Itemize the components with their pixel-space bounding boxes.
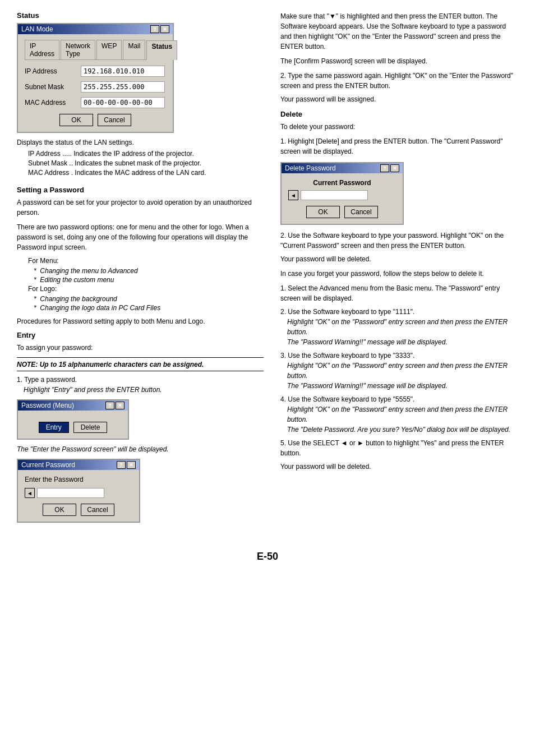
- forget-step5-main: Use the SELECT ◄ or ► button to highligh…: [280, 439, 504, 457]
- status-desc: Displays the status of the LAN settings.: [17, 139, 264, 146]
- tab-mail[interactable]: Mail: [123, 40, 145, 59]
- italic-caption: The "Enter the Password screen" will be …: [17, 445, 264, 453]
- forget-step2-num: 2.: [280, 308, 288, 316]
- lan-dialog-body: IP Address Network Type WEP Mail Status …: [18, 34, 173, 132]
- forget-step-1: 1. Select the Advanced menu from the Bas…: [280, 283, 518, 303]
- dpw-close-button[interactable]: ✕: [390, 164, 399, 172]
- step1b: Highlight "Entry" and press the ENTER bu…: [24, 386, 264, 394]
- procedures-text: Procedures for Password setting apply to…: [17, 316, 264, 326]
- mac-address-label: MAC Address: [25, 99, 81, 107]
- status-item-subnet: Subnet Mask .. Indicates the subnet mask…: [28, 159, 264, 167]
- forget-step2-italic2: The "Password Warning!!" message will be…: [287, 337, 518, 347]
- lan-cancel-button[interactable]: Cancel: [98, 114, 131, 126]
- menu-item-1: * Changing the menu to Advanced: [34, 267, 264, 275]
- current-pw-delete-label: Current Password: [288, 179, 396, 187]
- delete-password-dialog: Delete Password ? ✕ Current Password ◄ O…: [280, 162, 404, 225]
- logo-item-2: * Changing the logo data in PC Card File…: [34, 304, 264, 312]
- final-text: Your password will be deleted.: [280, 462, 518, 472]
- ip-address-row: IP Address 192.168.010.010: [25, 66, 166, 77]
- forget-step4-main: Use the Software keyboard to type "5555"…: [288, 395, 414, 403]
- pw-dialog-title: Password (Menu): [21, 402, 74, 409]
- lan-dialog-title: LAN Mode: [21, 25, 53, 33]
- lan-ok-button[interactable]: OK: [59, 114, 93, 126]
- delete-ok-button[interactable]: OK: [306, 206, 340, 218]
- pw-entry-delete-buttons: Entry Delete: [25, 422, 121, 433]
- current-pw-cancel-button[interactable]: Cancel: [81, 504, 114, 516]
- current-password-dialog: Current Password ? ✕ Enter the Password …: [17, 459, 140, 523]
- mac-address-row: MAC Address 00-00-00-00-00-00: [25, 97, 166, 108]
- delete-pw-body: Current Password ◄ OK Cancel: [282, 173, 403, 224]
- entry-desc: To assign your password:: [17, 343, 264, 353]
- forget-step5-num: 5.: [280, 439, 288, 447]
- status-item-mac: MAC Address . Indicates the MAC address …: [28, 169, 264, 177]
- entry-button[interactable]: Entry: [39, 422, 69, 433]
- cpw-close-button[interactable]: ✕: [127, 461, 136, 469]
- note-box: NOTE: Up to 15 alphanumeric characters c…: [17, 357, 264, 371]
- pw-input-field[interactable]: [37, 488, 104, 498]
- tab-status[interactable]: Status: [146, 40, 177, 60]
- cpw-help-button[interactable]: ?: [117, 461, 126, 469]
- help-button[interactable]: ?: [150, 25, 159, 33]
- current-pw-buttons: OK Cancel: [25, 504, 132, 516]
- pw-arrow-icon[interactable]: ◄: [25, 488, 35, 498]
- lan-dialog-buttons: OK Cancel: [25, 114, 166, 126]
- subnet-mask-value: 255.255.255.000: [81, 81, 165, 93]
- dpw-help-button[interactable]: ?: [380, 164, 389, 172]
- right-intro2: The [Confirm Password] screen will be di…: [280, 56, 518, 66]
- ip-address-label: IP Address: [25, 67, 81, 75]
- deleted-text: Your password will be deleted.: [280, 254, 518, 264]
- tab-ip-address[interactable]: IP Address: [25, 40, 59, 59]
- forget-step3-italic1: Highlight "OK" on the "Password" entry s…: [287, 361, 518, 381]
- forget-step-5: 5. Use the SELECT ◄ or ► button to highl…: [280, 438, 518, 458]
- forget-step1-main: Select the Advanced menu from the Basic …: [280, 284, 500, 302]
- pw-close-button[interactable]: ✕: [116, 402, 124, 409]
- mac-address-value: 00-00-00-00-00-00: [81, 97, 165, 108]
- close-button[interactable]: ✕: [160, 25, 169, 33]
- enter-pw-label: Enter the Password: [25, 476, 132, 483]
- password-menu-dialog: Password (Menu) ? ✕ Entry Delete: [17, 399, 129, 440]
- tab-wep[interactable]: WEP: [96, 40, 122, 59]
- forget-intro: In case you forget your password, follow…: [280, 269, 518, 279]
- for-menu-label: For Menu:: [28, 257, 264, 265]
- forget-step1-num: 1.: [280, 284, 288, 292]
- tab-network-type[interactable]: Network Type: [61, 40, 95, 59]
- right-intro: Make sure that "▼" is highlighted and th…: [280, 11, 518, 52]
- delete-pw-entry-row: ◄: [288, 190, 396, 200]
- forget-step3-num: 3.: [280, 352, 288, 359]
- current-pw-titlebar: Current Password ? ✕: [18, 460, 139, 470]
- delete-pw-input-field[interactable]: [301, 190, 368, 200]
- pw-dialog-titlebar: Password (Menu) ? ✕: [18, 400, 128, 411]
- delete-pw-controls: ? ✕: [380, 164, 399, 172]
- tab-bar: IP Address Network Type WEP Mail Status: [25, 40, 166, 60]
- forget-step4-num: 4.: [280, 395, 288, 403]
- ip-address-value: 192.168.010.010: [81, 66, 165, 77]
- left-column: Status LAN Mode ? ✕ IP Address Network T…: [17, 11, 264, 528]
- forget-step3-main: Use the Software keyboard to type "3333"…: [288, 352, 414, 359]
- forget-step-4: 4. Use the Software keyboard to type "55…: [280, 394, 518, 435]
- current-pw-ok-button[interactable]: OK: [43, 504, 76, 516]
- password-section-heading: Setting a Password: [17, 186, 264, 194]
- note-text: NOTE: Up to 15 alphanumeric characters c…: [17, 361, 204, 368]
- menu-item-2: * Editing the custom menu: [34, 276, 264, 284]
- current-pw-title: Current Password: [21, 461, 75, 469]
- right-step2: 2. Type the same password again. Highlig…: [280, 71, 518, 91]
- delete-pw-buttons: OK Cancel: [288, 206, 396, 218]
- delete-step2: 2. Use the Software keyboard to type you…: [280, 231, 518, 251]
- pw-dialog-body: Entry Delete: [18, 411, 128, 439]
- delete-pw-arrow-icon[interactable]: ◄: [288, 190, 298, 200]
- delete-button[interactable]: Delete: [73, 422, 108, 433]
- delete-cancel-button[interactable]: Cancel: [344, 206, 378, 218]
- password-para1: A password can be set for your projector…: [17, 197, 264, 218]
- status-section-title: Status: [17, 11, 264, 20]
- pw-entry-row: ◄: [25, 488, 132, 498]
- forget-step3-italic2: The "Password Warning!!" message will be…: [287, 381, 518, 391]
- page-number: E-50: [17, 551, 518, 563]
- for-logo-label: For Logo:: [28, 285, 264, 293]
- password-para2: There are two password options: one for …: [17, 222, 264, 252]
- delete-step1: 1. Highlight [Delete] and press the ENTE…: [280, 136, 518, 156]
- step1a: 1. Type a password.: [17, 376, 264, 384]
- status-item-ip: IP Address ..... Indicates the IP addres…: [28, 150, 264, 158]
- pw-help-button[interactable]: ?: [105, 402, 114, 409]
- delete-pw-title: Delete Password: [285, 164, 336, 172]
- current-pw-body: Enter the Password ◄ OK Cancel: [18, 470, 139, 522]
